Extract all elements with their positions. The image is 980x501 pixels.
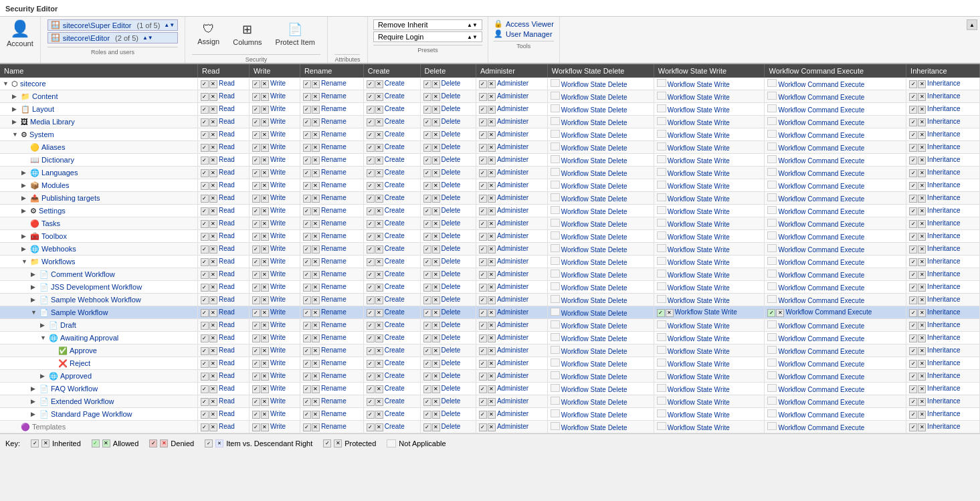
cb-x-delete[interactable]: ✕ [432,347,440,355]
cb-check-delete[interactable]: ✓ [423,93,431,101]
cb-x-delete[interactable]: ✕ [432,398,440,406]
cb-check-read[interactable]: ✓ [201,423,209,431]
cb-x-create[interactable]: ✕ [375,334,383,342]
cb-x-read[interactable]: ✕ [209,157,217,165]
cb-x-rename[interactable]: ✕ [312,93,320,101]
cb-x-write[interactable]: ✕ [261,195,269,203]
inherit-check-cb[interactable]: ✓ [909,296,917,304]
cb-check-create[interactable]: ✓ [367,373,375,381]
tree-expand-icon[interactable]: ▶ [21,233,28,239]
cb-x-delete[interactable]: ✕ [432,271,440,279]
cb-x-rename[interactable]: ✕ [312,296,320,304]
cb-x-delete[interactable]: ✕ [432,322,440,330]
inherit-check-cb[interactable]: ✓ [909,106,917,114]
inherit-deny-cb[interactable]: ✕ [918,423,926,431]
inherit-deny-cb[interactable]: ✕ [918,385,926,393]
cb-x-write[interactable]: ✕ [261,411,269,419]
cb-x-create[interactable]: ✕ [375,360,383,368]
cb-check-write[interactable]: ✓ [252,157,260,165]
tree-expand-icon[interactable]: ▼ [21,258,28,265]
inherit-deny-cb[interactable]: ✕ [918,258,926,266]
cb-check-administer[interactable]: ✓ [479,347,487,355]
cb-x-write[interactable]: ✕ [261,169,269,177]
cb-check-rename[interactable]: ✓ [303,271,311,279]
cb-check-administer[interactable]: ✓ [479,220,487,228]
role-arrows-2[interactable]: ▲▼ [142,35,153,41]
cb-check-delete[interactable]: ✓ [423,144,431,152]
inherit-deny-cb[interactable]: ✕ [918,131,926,139]
tree-expand-icon[interactable]: ▶ [31,398,37,405]
cb-x-write[interactable]: ✕ [261,258,269,266]
cb-check-rename[interactable]: ✓ [303,423,311,431]
inherit-deny-cb[interactable]: ✕ [918,195,926,203]
tree-expand-icon[interactable]: ▶ [21,245,28,252]
cb-check-write[interactable]: ✓ [252,207,260,215]
cb-x-rename[interactable]: ✕ [312,131,320,139]
wf-deny-cb[interactable]: ✕ [666,309,674,317]
cb-x-read[interactable]: ✕ [209,207,217,215]
cb-x-delete[interactable]: ✕ [432,195,440,203]
cb-check-create[interactable]: ✓ [367,385,375,393]
inherit-check-cb[interactable]: ✓ [909,360,917,368]
cb-check-write[interactable]: ✓ [252,182,260,190]
cb-check-administer[interactable]: ✓ [479,233,487,241]
cb-x-administer[interactable]: ✕ [488,157,496,165]
cb-check-delete[interactable]: ✓ [423,106,431,114]
cb-x-delete[interactable]: ✕ [432,296,440,304]
cb-x-read[interactable]: ✕ [209,220,217,228]
cb-check-read[interactable]: ✓ [201,207,209,215]
tree-expand-icon[interactable]: ▶ [12,106,19,112]
cb-x-create[interactable]: ✕ [375,118,383,126]
cb-check-write[interactable]: ✓ [252,385,260,393]
cb-x-administer[interactable]: ✕ [488,322,496,330]
cb-check-delete[interactable]: ✓ [423,398,431,406]
cb-x-administer[interactable]: ✕ [488,169,496,177]
cb-x-delete[interactable]: ✕ [432,220,440,228]
inherit-check-cb[interactable]: ✓ [909,80,917,88]
cb-check-delete[interactable]: ✓ [423,220,431,228]
cb-x-read[interactable]: ✕ [209,360,217,368]
cb-x-write[interactable]: ✕ [261,271,269,279]
cb-check-administer[interactable]: ✓ [479,385,487,393]
cb-check-create[interactable]: ✓ [367,233,375,241]
cb-x-read[interactable]: ✕ [209,80,217,88]
cb-x-write[interactable]: ✕ [261,385,269,393]
wf-allow-cb[interactable]: ✓ [657,309,665,317]
cb-x-create[interactable]: ✕ [375,284,383,292]
cb-x-write[interactable]: ✕ [261,233,269,241]
cb-x-rename[interactable]: ✕ [312,385,320,393]
cb-check-administer[interactable]: ✓ [479,182,487,190]
cb-check-administer[interactable]: ✓ [479,309,487,317]
cb-check-create[interactable]: ✓ [367,284,375,292]
cb-check-administer[interactable]: ✓ [479,169,487,177]
inherit-check-cb[interactable]: ✓ [909,347,917,355]
cb-check-write[interactable]: ✓ [252,423,260,431]
cb-check-administer[interactable]: ✓ [479,423,487,431]
cb-check-read[interactable]: ✓ [201,131,209,139]
cb-x-administer[interactable]: ✕ [488,271,496,279]
cb-check-delete[interactable]: ✓ [423,258,431,266]
inherit-deny-cb[interactable]: ✕ [918,106,926,114]
cb-check-rename[interactable]: ✓ [303,411,311,419]
tree-expand-icon[interactable]: ▼ [31,309,37,316]
cb-check-read[interactable]: ✓ [201,93,209,101]
inherit-check-cb[interactable]: ✓ [909,284,917,292]
cb-x-write[interactable]: ✕ [261,360,269,368]
inherit-check-cb[interactable]: ✓ [909,93,917,101]
inherit-deny-cb[interactable]: ✕ [918,80,926,88]
cb-check-rename[interactable]: ✓ [303,347,311,355]
cb-x-rename[interactable]: ✕ [312,233,320,241]
inherit-deny-cb[interactable]: ✕ [918,322,926,330]
cb-check-rename[interactable]: ✓ [303,373,311,381]
cb-x-administer[interactable]: ✕ [488,245,496,254]
item-name[interactable]: Draft [60,321,76,329]
cb-x-create[interactable]: ✕ [375,106,383,114]
cb-check-delete[interactable]: ✓ [423,271,431,279]
cb-x-read[interactable]: ✕ [209,411,217,419]
cb-x-rename[interactable]: ✕ [312,258,320,266]
cb-x-administer[interactable]: ✕ [488,233,496,241]
item-name[interactable]: Awaiting Approval [60,334,118,342]
cb-check-create[interactable]: ✓ [367,334,375,342]
cb-check-create[interactable]: ✓ [367,118,375,126]
cb-x-administer[interactable]: ✕ [488,131,496,139]
